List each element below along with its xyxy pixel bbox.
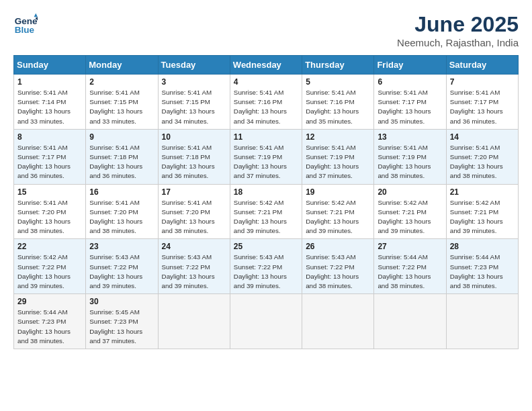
calendar-cell: 28Sunrise: 5:44 AM Sunset: 7:23 PM Dayli…: [446, 239, 518, 294]
day-info: Sunrise: 5:43 AM Sunset: 7:22 PM Dayligh…: [89, 253, 154, 291]
calendar-cell: [446, 294, 518, 349]
day-info: Sunrise: 5:41 AM Sunset: 7:20 PM Dayligh…: [17, 198, 82, 236]
calendar-cell: 16Sunrise: 5:41 AM Sunset: 7:20 PM Dayli…: [86, 184, 158, 239]
calendar-cell: [302, 294, 374, 349]
day-info: Sunrise: 5:41 AM Sunset: 7:20 PM Dayligh…: [162, 198, 226, 236]
calendar-cell: 9Sunrise: 5:41 AM Sunset: 7:18 PM Daylig…: [86, 129, 158, 184]
weekday-header-wednesday: Wednesday: [230, 56, 302, 75]
day-number: 15: [17, 187, 82, 197]
day-info: Sunrise: 5:41 AM Sunset: 7:18 PM Dayligh…: [162, 143, 226, 181]
day-info: Sunrise: 5:41 AM Sunset: 7:19 PM Dayligh…: [378, 143, 442, 181]
weekday-header-tuesday: Tuesday: [158, 56, 230, 75]
day-number: 19: [306, 187, 370, 197]
day-number: 14: [450, 132, 515, 142]
calendar-week-2: 8Sunrise: 5:41 AM Sunset: 7:17 PM Daylig…: [14, 129, 519, 184]
day-number: 13: [378, 132, 442, 142]
day-info: Sunrise: 5:42 AM Sunset: 7:21 PM Dayligh…: [378, 198, 442, 236]
calendar-cell: 26Sunrise: 5:43 AM Sunset: 7:22 PM Dayli…: [302, 239, 374, 294]
day-info: Sunrise: 5:41 AM Sunset: 7:15 PM Dayligh…: [89, 88, 154, 126]
calendar-cell: [230, 294, 302, 349]
day-info: Sunrise: 5:44 AM Sunset: 7:22 PM Dayligh…: [378, 253, 442, 291]
day-info: Sunrise: 5:41 AM Sunset: 7:19 PM Dayligh…: [234, 143, 298, 181]
calendar-cell: 4Sunrise: 5:41 AM Sunset: 7:16 PM Daylig…: [230, 75, 302, 130]
day-number: 9: [89, 132, 154, 142]
calendar-week-1: 1Sunrise: 5:41 AM Sunset: 7:14 PM Daylig…: [14, 75, 519, 130]
day-number: 23: [89, 242, 154, 251]
calendar-cell: 15Sunrise: 5:41 AM Sunset: 7:20 PM Dayli…: [14, 184, 86, 239]
svg-text:Blue: Blue: [15, 25, 35, 35]
calendar-cell: 13Sunrise: 5:41 AM Sunset: 7:19 PM Dayli…: [374, 129, 446, 184]
day-info: Sunrise: 5:41 AM Sunset: 7:20 PM Dayligh…: [450, 143, 515, 181]
calendar-cell: 22Sunrise: 5:42 AM Sunset: 7:22 PM Dayli…: [14, 239, 86, 294]
day-number: 24: [162, 242, 226, 251]
svg-marker-2: [34, 13, 38, 17]
calendar-header: SundayMondayTuesdayWednesdayThursdayFrid…: [14, 56, 519, 75]
calendar-cell: 2Sunrise: 5:41 AM Sunset: 7:15 PM Daylig…: [86, 75, 158, 130]
calendar-cell: 27Sunrise: 5:44 AM Sunset: 7:22 PM Dayli…: [374, 239, 446, 294]
day-info: Sunrise: 5:41 AM Sunset: 7:18 PM Dayligh…: [89, 143, 154, 181]
calendar-cell: 8Sunrise: 5:41 AM Sunset: 7:17 PM Daylig…: [14, 129, 86, 184]
day-info: Sunrise: 5:43 AM Sunset: 7:22 PM Dayligh…: [306, 253, 370, 291]
calendar-cell: 19Sunrise: 5:42 AM Sunset: 7:21 PM Dayli…: [302, 184, 374, 239]
day-info: Sunrise: 5:43 AM Sunset: 7:22 PM Dayligh…: [162, 253, 226, 291]
day-number: 8: [17, 132, 82, 142]
day-info: Sunrise: 5:41 AM Sunset: 7:16 PM Dayligh…: [306, 88, 370, 126]
day-info: Sunrise: 5:43 AM Sunset: 7:22 PM Dayligh…: [234, 253, 298, 291]
day-number: 10: [162, 132, 226, 142]
calendar-cell: 25Sunrise: 5:43 AM Sunset: 7:22 PM Dayli…: [230, 239, 302, 294]
calendar-cell: 21Sunrise: 5:42 AM Sunset: 7:21 PM Dayli…: [446, 184, 518, 239]
day-number: 26: [306, 242, 370, 251]
day-info: Sunrise: 5:42 AM Sunset: 7:21 PM Dayligh…: [306, 198, 370, 236]
day-info: Sunrise: 5:42 AM Sunset: 7:22 PM Dayligh…: [17, 253, 82, 291]
calendar-cell: 18Sunrise: 5:42 AM Sunset: 7:21 PM Dayli…: [230, 184, 302, 239]
calendar-cell: 17Sunrise: 5:41 AM Sunset: 7:20 PM Dayli…: [158, 184, 230, 239]
day-number: 12: [306, 132, 370, 142]
day-number: 28: [450, 242, 515, 251]
day-info: Sunrise: 5:41 AM Sunset: 7:19 PM Dayligh…: [306, 143, 370, 181]
calendar-cell: 12Sunrise: 5:41 AM Sunset: 7:19 PM Dayli…: [302, 129, 374, 184]
calendar-cell: 1Sunrise: 5:41 AM Sunset: 7:14 PM Daylig…: [14, 75, 86, 130]
weekday-header-sunday: Sunday: [14, 56, 86, 75]
calendar-cell: 11Sunrise: 5:41 AM Sunset: 7:19 PM Dayli…: [230, 129, 302, 184]
day-info: Sunrise: 5:45 AM Sunset: 7:23 PM Dayligh…: [89, 308, 154, 346]
weekday-header-friday: Friday: [374, 56, 446, 75]
day-number: 16: [89, 187, 154, 197]
day-info: Sunrise: 5:41 AM Sunset: 7:17 PM Dayligh…: [17, 143, 82, 181]
day-info: Sunrise: 5:41 AM Sunset: 7:14 PM Dayligh…: [17, 88, 82, 126]
day-number: 27: [378, 242, 442, 251]
day-number: 6: [378, 77, 442, 87]
weekday-header-saturday: Saturday: [446, 56, 518, 75]
day-number: 4: [234, 77, 298, 87]
calendar-cell: [158, 294, 230, 349]
calendar-cell: 3Sunrise: 5:41 AM Sunset: 7:15 PM Daylig…: [158, 75, 230, 130]
day-number: 5: [306, 77, 370, 87]
day-info: Sunrise: 5:42 AM Sunset: 7:21 PM Dayligh…: [450, 198, 515, 236]
day-number: 29: [17, 297, 82, 306]
calendar-week-3: 15Sunrise: 5:41 AM Sunset: 7:20 PM Dayli…: [14, 184, 519, 239]
day-number: 7: [450, 77, 515, 87]
subtitle: Neemuch, Rajasthan, India: [397, 37, 519, 48]
day-info: Sunrise: 5:44 AM Sunset: 7:23 PM Dayligh…: [450, 253, 515, 291]
day-info: Sunrise: 5:42 AM Sunset: 7:21 PM Dayligh…: [234, 198, 298, 236]
day-info: Sunrise: 5:41 AM Sunset: 7:17 PM Dayligh…: [450, 88, 515, 126]
logo: General Blue: [13, 12, 38, 36]
calendar-cell: 5Sunrise: 5:41 AM Sunset: 7:16 PM Daylig…: [302, 75, 374, 130]
calendar-cell: 10Sunrise: 5:41 AM Sunset: 7:18 PM Dayli…: [158, 129, 230, 184]
calendar-week-4: 22Sunrise: 5:42 AM Sunset: 7:22 PM Dayli…: [14, 239, 519, 294]
day-number: 18: [234, 187, 298, 197]
day-number: 2: [89, 77, 154, 87]
calendar-cell: 24Sunrise: 5:43 AM Sunset: 7:22 PM Dayli…: [158, 239, 230, 294]
weekday-header-monday: Monday: [86, 56, 158, 75]
calendar-cell: 14Sunrise: 5:41 AM Sunset: 7:20 PM Dayli…: [446, 129, 518, 184]
day-info: Sunrise: 5:44 AM Sunset: 7:23 PM Dayligh…: [17, 308, 82, 346]
calendar-cell: 7Sunrise: 5:41 AM Sunset: 7:17 PM Daylig…: [446, 75, 518, 130]
day-info: Sunrise: 5:41 AM Sunset: 7:20 PM Dayligh…: [89, 198, 154, 236]
day-info: Sunrise: 5:41 AM Sunset: 7:15 PM Dayligh…: [162, 88, 226, 126]
calendar-week-5: 29Sunrise: 5:44 AM Sunset: 7:23 PM Dayli…: [14, 294, 519, 349]
weekday-header-thursday: Thursday: [302, 56, 374, 75]
day-number: 17: [162, 187, 226, 197]
day-number: 1: [17, 77, 82, 87]
day-number: 11: [234, 132, 298, 142]
logo-icon: General Blue: [13, 12, 38, 36]
day-info: Sunrise: 5:41 AM Sunset: 7:17 PM Dayligh…: [378, 88, 442, 126]
